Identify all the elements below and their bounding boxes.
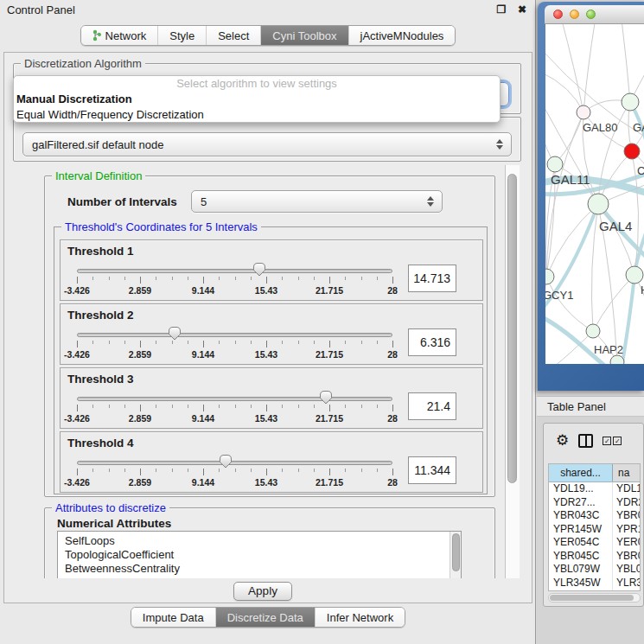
mac-zoom-icon[interactable] xyxy=(586,10,596,19)
dropdown-item-equal-width-frequency-discretization[interactable]: Equal Width/Frequency Discretization xyxy=(14,107,500,123)
attribute-list-item[interactable]: SelfLoops xyxy=(58,534,461,548)
tick-label: 9.144 xyxy=(192,477,214,488)
table-row[interactable]: YLR345WYLR3 xyxy=(549,577,640,590)
threshold-label: Threshold 3 xyxy=(67,373,134,386)
table-row[interactable]: YBL079WYBL0 xyxy=(549,563,640,577)
tab-label: Style xyxy=(169,29,194,42)
slider-ticks xyxy=(77,277,392,284)
network-node-hap2[interactable] xyxy=(586,324,600,338)
attributes-list-scrollbar[interactable] xyxy=(450,532,461,578)
number-of-intervals-combobox[interactable]: 5 xyxy=(191,190,443,213)
right-workspace: GAL80GACGAL11GAL4GCY1HHAP2 Table Panel ⚙… xyxy=(537,0,644,644)
tab-network[interactable]: Network xyxy=(81,26,158,45)
gear-icon[interactable]: ⚙ xyxy=(556,433,569,449)
float-window-icon[interactable]: ❐ xyxy=(494,3,509,16)
control-panel-titlebar: Control Panel ❐ ✖ xyxy=(0,0,535,19)
slider-track[interactable] xyxy=(77,269,392,273)
network-edge[interactable] xyxy=(555,112,583,164)
threshold-value-field[interactable]: 6.316 xyxy=(408,328,456,356)
tab-select[interactable]: Select xyxy=(206,26,260,45)
settings-scrollbar[interactable] xyxy=(505,165,520,578)
scrollbar-thumb[interactable] xyxy=(550,595,634,601)
cell-name: YBL0 xyxy=(613,563,640,577)
cell-name: YPR1 xyxy=(613,523,640,537)
threshold-box-2: Threshold 2-3.4262.8599.14415.4321.71528… xyxy=(60,303,483,365)
tick-label: 15.43 xyxy=(255,477,277,488)
slider-thumb[interactable] xyxy=(219,454,233,469)
slider-thumb[interactable] xyxy=(168,326,182,341)
node-attribute-table[interactable]: shared... na YDL19...YDL1YDR27...YDR2YBR… xyxy=(548,463,641,591)
cell-name: YBR0 xyxy=(613,550,640,564)
tick-label: 2.859 xyxy=(129,285,151,296)
slider-track[interactable] xyxy=(77,397,392,401)
table-horizontal-scrollbar[interactable] xyxy=(548,593,641,603)
table-row[interactable]: YBR045CYBR0 xyxy=(549,550,640,564)
tick-label: 28 xyxy=(387,413,398,424)
network-window-titlebar[interactable] xyxy=(545,5,644,24)
bottom-tab-infer-network[interactable]: Infer Network xyxy=(315,608,405,627)
attribute-list-item[interactable]: TopologicalCoefficient xyxy=(58,548,461,562)
scrollbar-thumb[interactable] xyxy=(507,174,517,483)
group-title: Attributes to discretize xyxy=(52,501,169,514)
select-columns-icon[interactable]: ✓✓ xyxy=(603,437,622,445)
node-label-hap2: HAP2 xyxy=(594,343,623,356)
threshold-label: Threshold 1 xyxy=(67,245,134,258)
slider-track[interactable] xyxy=(77,461,392,465)
tab-jactivemnodules[interactable]: jActiveMNodules xyxy=(348,26,456,45)
table-row[interactable]: YER054CYER0 xyxy=(549,536,640,550)
slider-thumb[interactable] xyxy=(252,262,266,277)
cell-shared-name: YBR043C xyxy=(549,509,613,523)
split-columns-icon[interactable] xyxy=(578,434,593,448)
close-panel-icon[interactable]: ✖ xyxy=(514,3,530,16)
dropdown-item-manual-discretization[interactable]: Manual Discretization xyxy=(14,92,500,107)
tab-style[interactable]: Style xyxy=(157,26,206,45)
slider-track[interactable] xyxy=(77,333,392,337)
network-node-h[interactable] xyxy=(626,266,643,284)
tick-label: -3.426 xyxy=(64,413,90,424)
column-header-name[interactable]: na xyxy=(613,464,640,481)
network-edge[interactable] xyxy=(591,204,598,331)
tick-label: 9.144 xyxy=(192,349,214,360)
mac-minimize-icon[interactable] xyxy=(570,10,579,19)
table-row[interactable]: YDR27...YDR2 xyxy=(549,496,640,510)
cell-shared-name: YDR27... xyxy=(549,496,613,510)
network-node-gal11[interactable] xyxy=(547,156,563,172)
tick-label: 2.859 xyxy=(129,349,151,360)
bottom-tab-discretize-data[interactable]: Discretize Data xyxy=(215,608,315,627)
table-row[interactable]: YIL052CYIL0 xyxy=(549,590,640,591)
tab-label: Infer Network xyxy=(327,611,393,624)
node-label-red: C xyxy=(637,164,644,177)
table-row[interactable]: YDL19...YDL1 xyxy=(549,482,640,496)
table-row[interactable]: YPR145WYPR1 xyxy=(549,523,640,537)
tick-label: 2.859 xyxy=(129,477,151,488)
table-row[interactable]: YBR043CYBR0 xyxy=(549,509,640,523)
table-panel-titlebar: Table Panel xyxy=(537,396,644,417)
tab-label: jActiveMNodules xyxy=(360,29,444,42)
table-header-row[interactable]: shared... na xyxy=(549,464,640,482)
network-node-ga[interactable] xyxy=(622,93,639,111)
slider-thumb[interactable] xyxy=(319,390,333,405)
network-node-gal4[interactable] xyxy=(588,194,609,214)
cell-shared-name: YER054C xyxy=(549,536,613,550)
tick-label: 21.715 xyxy=(316,413,343,424)
network-node-gcy1[interactable] xyxy=(545,269,554,284)
cell-name: YBR0 xyxy=(613,509,640,523)
attribute-list-item[interactable]: BetweennessCentrality xyxy=(58,562,461,576)
apply-button[interactable]: Apply xyxy=(233,582,292,601)
column-header-shared-name[interactable]: shared... xyxy=(549,464,613,481)
numerical-attributes-list[interactable]: SelfLoopsTopologicalCoefficientBetweenne… xyxy=(57,531,462,578)
mac-close-icon[interactable] xyxy=(553,10,563,19)
network-node-gal80[interactable] xyxy=(577,105,590,119)
threshold-value-field[interactable]: 21.4 xyxy=(408,392,456,420)
bottom-tab-impute-data[interactable]: Impute Data xyxy=(131,608,215,627)
network-node-red[interactable] xyxy=(624,143,640,159)
threshold-value-field[interactable]: 14.713 xyxy=(408,265,456,292)
tab-cyni-toolbox[interactable]: Cyni Toolbox xyxy=(260,26,348,45)
node-label-gal11: GAL11 xyxy=(551,172,590,187)
threshold-value-field[interactable]: 11.344 xyxy=(408,456,456,484)
table-panel-toolbar: ⚙ ✓✓ xyxy=(544,424,643,458)
table-data-combobox[interactable]: galFiltered.sif default node xyxy=(22,132,512,156)
cell-name: YDL1 xyxy=(613,482,640,496)
network-canvas[interactable]: GAL80GACGAL11GAL4GCY1HHAP2 xyxy=(545,24,644,364)
tick-label: 9.144 xyxy=(192,413,214,424)
